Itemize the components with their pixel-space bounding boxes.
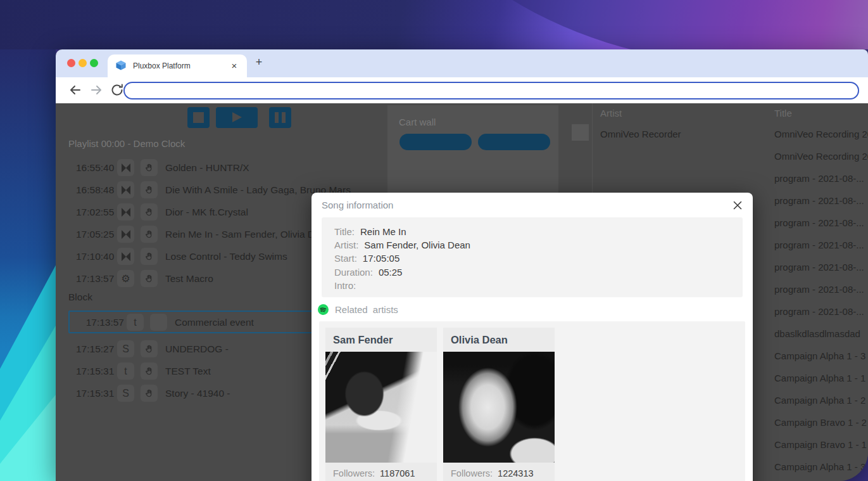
hand-icon[interactable]	[141, 203, 158, 221]
row-title: Golden - HUNTR/X	[165, 162, 249, 174]
row-time: 17:15:31	[76, 388, 113, 399]
title-list-item[interactable]: OmniVeo Recording 20	[774, 129, 868, 139]
modal-title: Song information	[322, 200, 393, 210]
segue-icon	[117, 226, 134, 243]
title-list-item[interactable]: program - 2021-08-...	[774, 306, 864, 317]
row-title: Rein Me In - Sam Fender, Olivia Dean	[165, 229, 331, 240]
hand-icon[interactable]	[141, 248, 158, 265]
related-artists-label: Related artists	[335, 304, 398, 315]
text-type-icon: t	[127, 314, 144, 331]
row-title: Lose Control - Teddy Swims	[165, 251, 287, 262]
playlist-header: Playlist 00:00 - Demo Clock	[68, 138, 185, 149]
tab-title: Pluxbox Platform	[133, 61, 191, 70]
hand-icon[interactable]	[141, 385, 158, 402]
row-time: 17:15:31	[76, 366, 113, 377]
artist-card[interactable]: Olivia Dean Followers:1224313 Genres:pop…	[443, 328, 555, 481]
title-list-item[interactable]: program - 2021-08-...	[774, 217, 864, 228]
title-list-item[interactable]: Campaign Bravo 1 - 2	[774, 417, 867, 428]
song-info-box: Title:Rein Me In Artist:Sam Fender, Oliv…	[322, 217, 743, 297]
artist-name: Sam Fender	[333, 334, 393, 346]
start-value: 17:05:05	[363, 253, 399, 264]
row-time: 17:02:55	[76, 207, 113, 218]
pluxbox-cube-icon	[115, 60, 127, 71]
segue-icon	[117, 181, 134, 198]
title-list-item[interactable]: program - 2021-08-...	[774, 284, 864, 295]
artist-photo	[325, 352, 437, 463]
reload-icon[interactable]	[110, 82, 125, 98]
title-list-item[interactable]: Campaign Alpha 1 - 3	[774, 350, 865, 361]
duration-label: Duration:	[334, 267, 373, 278]
title-column-header: Title	[774, 108, 792, 119]
segue-icon	[117, 159, 134, 176]
row-time: 17:13:57	[82, 317, 124, 328]
hand-icon[interactable]	[141, 362, 158, 380]
row-title: Story - 41940 -	[165, 388, 230, 399]
address-bar[interactable]	[123, 82, 859, 99]
start-label: Start:	[334, 253, 357, 264]
artist-list-item[interactable]: OmniVeo Recorder	[600, 129, 681, 139]
artist-details: Followers:1187061 Genres: Popularity:72 …	[333, 467, 415, 481]
title-list-item[interactable]: Campaign Alpha 1 - 3	[774, 461, 865, 472]
related-artists-header: Related artists	[318, 303, 398, 316]
cart-button[interactable]	[478, 134, 550, 150]
artist-thumbnail	[572, 124, 589, 141]
duration-value: 05:25	[379, 267, 403, 278]
artist-name: Olivia Dean	[451, 334, 508, 346]
title-list-item[interactable]: dbaslkdlasdlmasdad	[774, 328, 860, 339]
artist-details: Followers:1224313 Genres:pop soul Popula…	[451, 467, 534, 481]
row-title: Dior - MK ft.Crystal	[165, 207, 248, 218]
empty-slot-icon	[150, 314, 167, 331]
title-list-item[interactable]: Campaign Alpha 1 - 1	[774, 373, 865, 383]
title-list-item[interactable]: Campaign Alpha 1 - 2	[774, 395, 865, 406]
close-window-button[interactable]	[67, 59, 75, 67]
title-list-item[interactable]: program - 2021-08-...	[774, 173, 864, 184]
row-time: 16:58:48	[76, 184, 113, 196]
pause-button[interactable]	[269, 107, 291, 128]
hand-icon[interactable]	[141, 270, 158, 287]
wallpaper-top	[0, 0, 868, 49]
hand-icon[interactable]	[141, 226, 158, 243]
app-content: Playlist 00:00 - Demo Clock 16:55:40 Gol…	[56, 103, 868, 481]
row-time: 17:15:27	[76, 343, 113, 355]
title-list-item[interactable]: program - 2021-08-...	[774, 262, 864, 273]
browser-toolbar	[56, 77, 868, 103]
hand-icon[interactable]	[141, 159, 158, 176]
stop-button[interactable]	[187, 107, 210, 128]
wallpaper-left	[0, 49, 56, 481]
title-list-item[interactable]: OmniVeo Recording 20	[774, 151, 868, 162]
play-button[interactable]	[216, 107, 258, 128]
followers-value: 1187061	[380, 468, 415, 478]
hand-icon[interactable]	[141, 181, 158, 198]
artist-photo	[443, 352, 555, 463]
tab-close-icon[interactable]: ×	[229, 61, 239, 71]
text-type-icon: t	[117, 362, 134, 380]
minimize-window-button[interactable]	[79, 59, 87, 67]
row-title: UNDERDOG -	[165, 343, 229, 355]
hand-icon[interactable]	[141, 340, 158, 357]
title-label: Title:	[334, 226, 355, 237]
gear-icon: ⚙	[117, 270, 134, 287]
segue-icon	[117, 248, 134, 265]
close-icon[interactable]	[731, 199, 744, 212]
title-list-item[interactable]: program - 2021-08-...	[774, 240, 864, 250]
followers-value: 1224313	[498, 468, 533, 478]
forward-icon[interactable]	[89, 82, 104, 98]
artist-label: Artist:	[334, 240, 358, 250]
cart-button[interactable]	[399, 134, 472, 150]
title-list-item[interactable]: Campaign Bravo 1 - 1	[774, 439, 867, 450]
cart-wall-header: Cart wall	[399, 117, 436, 127]
row-time: 17:10:40	[76, 251, 113, 262]
story-type-icon: S	[117, 340, 134, 357]
artist-card[interactable]: Sam Fender Followers:1187061 Genres: Pop…	[325, 328, 437, 481]
new-tab-button[interactable]: +	[252, 56, 266, 70]
artist-value: Sam Fender, Olivia Dean	[364, 240, 470, 250]
tab-pluxbox[interactable]: Pluxbox Platform ×	[108, 55, 247, 77]
title-list-item[interactable]: program - 2021-08-...	[774, 195, 864, 206]
segue-icon	[117, 203, 134, 221]
playlist-row[interactable]: 16:55:40 Golden - HUNTR/X	[56, 159, 385, 177]
row-time: 17:05:25	[76, 229, 113, 240]
title-value: Rein Me In	[360, 226, 406, 237]
maximize-window-button[interactable]	[90, 59, 98, 67]
tab-strip: Pluxbox Platform × +	[56, 49, 868, 77]
back-icon[interactable]	[68, 82, 83, 98]
